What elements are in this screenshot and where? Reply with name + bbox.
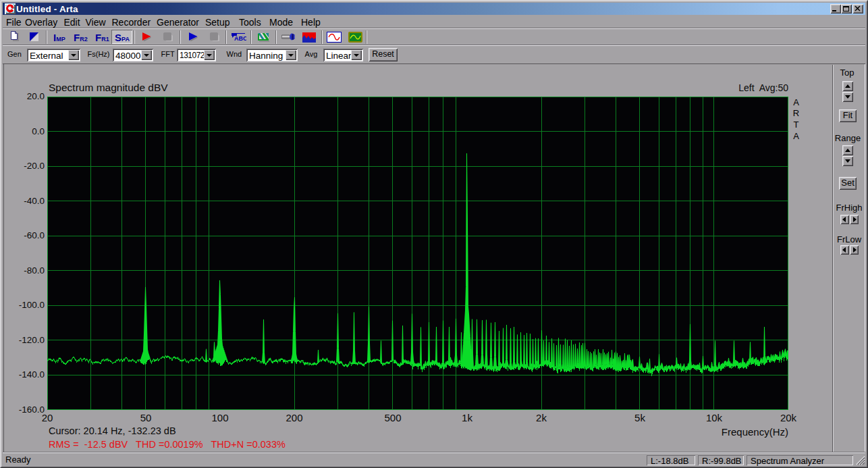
svg-text:ABC: ABC [234, 35, 246, 42]
